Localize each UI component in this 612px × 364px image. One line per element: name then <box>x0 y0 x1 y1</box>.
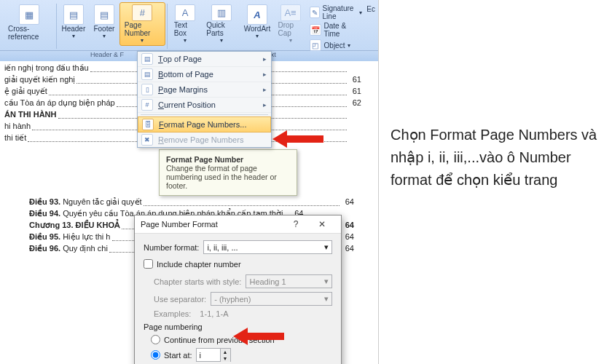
doc-page: 61 <box>348 86 364 98</box>
doc-page <box>348 132 364 144</box>
signature-icon: ✎ <box>310 7 320 18</box>
text-box-button[interactable]: A Text Box ▾ <box>169 2 202 46</box>
doc-page: 64 <box>341 232 357 243</box>
drop-cap-button[interactable]: A≡ Drop Cap ▾ <box>272 2 307 46</box>
cross-reference-label: Cross-reference <box>8 25 50 41</box>
menu-label: urrent Position <box>164 100 216 109</box>
separator-select: - (hyphen)▾ <box>211 292 332 306</box>
spinner-down-icon[interactable]: ▼ <box>220 355 230 362</box>
quick-parts-icon: ▥ <box>211 4 232 21</box>
header-button[interactable]: ▤ Header ▾ <box>58 2 89 46</box>
examples-value: 1-1, 1-A <box>195 309 332 318</box>
include-chapter-checkbox[interactable] <box>144 259 153 269</box>
start-at-radio[interactable] <box>151 350 160 360</box>
ribbon-right-stack: ✎Signature Line▾ 📅Date & Time ◰Object▾ <box>308 2 364 50</box>
page-number-dropdown: ▤Top of Page▸ ▤Bottom of Page▸ ▯Page Mar… <box>137 51 272 148</box>
submenu-arrow-icon: ▸ <box>263 71 267 78</box>
chevron-down-icon: ▾ <box>324 294 329 304</box>
doc-page: 62 <box>348 98 364 109</box>
page-top-icon: ▤ <box>141 53 153 65</box>
text-box-icon: A <box>175 4 195 21</box>
quick-parts-label: Quick Parts <box>206 21 236 37</box>
dialog-help-button[interactable]: ? <box>283 219 309 229</box>
header-label: Header <box>61 25 85 33</box>
menu-current-position[interactable]: #Current Position▸ <box>138 98 271 113</box>
text-box-label: Text Box <box>174 21 197 37</box>
number-format-value: i, ii, iii, ... <box>207 243 238 252</box>
menu-label: ormat Page Numbers... <box>164 120 247 129</box>
chapter-starts-value: Heading 1 <box>249 277 286 286</box>
chevron-down-icon: ▾ <box>324 242 329 252</box>
signature-line-button[interactable]: ✎Signature Line▾ <box>308 4 364 21</box>
format-page-icon: 🗄 <box>142 119 154 130</box>
menu-top-of-page[interactable]: ▤Top of Page▸ <box>138 52 271 67</box>
menu-format-page-numbers[interactable]: 🗄Format Page Numbers... <box>138 116 271 132</box>
menu-label: emove Page Numbers <box>164 135 243 144</box>
doc-line: cầu Tòa án áp dụng biện pháp <box>4 98 115 109</box>
remove-page-icon: ✖ <box>141 134 153 146</box>
tooltip-body: Change the format of page numbering used… <box>166 164 277 190</box>
doc-page <box>348 109 364 121</box>
chevron-down-icon: ▾ <box>289 37 292 44</box>
doc-line: ệ giải quyết <box>4 86 47 98</box>
doc-page: 64 <box>341 197 357 208</box>
tooltip-title: Format Page Number <box>166 155 243 164</box>
chevron-down-icon: ▾ <box>141 37 144 44</box>
submenu-arrow-icon: ▸ <box>263 55 267 63</box>
dialog-title: Page Number Format <box>141 220 283 229</box>
object-icon: ◰ <box>310 39 321 51</box>
ribbon: ▦ Cross-reference ▤ Header ▾ ▤ Footer ▾ … <box>0 0 378 51</box>
menu-label: op of Page <box>163 55 202 63</box>
chevron-down-icon: ▾ <box>359 9 362 16</box>
menu-bottom-of-page[interactable]: ▤Bottom of Page▸ <box>138 67 271 82</box>
quick-parts-button[interactable]: ▥ Quick Parts ▾ <box>201 2 241 46</box>
current-position-icon: # <box>141 99 153 111</box>
include-chapter-label: Include chapter number <box>157 260 241 269</box>
date-time-icon: 📅 <box>310 24 321 36</box>
number-format-label: Number format: <box>144 243 199 252</box>
cross-reference-icon: ▦ <box>19 4 39 25</box>
object-button[interactable]: ◰Object▾ <box>308 39 364 52</box>
drop-cap-icon: A≡ <box>280 4 301 21</box>
format-page-number-tooltip: Format Page Number Change the format of … <box>159 149 297 196</box>
footer-icon: ▤ <box>94 4 114 25</box>
page-bottom-icon: ▤ <box>141 68 153 80</box>
chevron-down-icon: ▾ <box>103 33 106 39</box>
instruction-text: Chọn Format Page Numbers và nhập i, ii, … <box>379 0 612 364</box>
doc-line: hi hành <box>4 121 31 132</box>
chevron-down-icon: ▾ <box>256 33 259 39</box>
signature-label: Signature Line <box>323 4 357 20</box>
page-number-button[interactable]: # Page Number ▾ <box>119 2 165 46</box>
doc-page: 64 <box>341 220 357 232</box>
footer-button[interactable]: ▤ Footer ▾ <box>89 2 119 46</box>
date-time-button[interactable]: 📅Date & Time <box>308 21 364 39</box>
menu-page-margins[interactable]: ▯Page Margins▸ <box>138 82 271 98</box>
chapter-starts-select: Heading 1▾ <box>246 274 332 288</box>
doc-page: 64 <box>341 243 357 255</box>
red-arrow-annotation <box>272 130 323 148</box>
page-number-label: Page Number <box>125 21 160 37</box>
continue-radio[interactable] <box>151 335 160 344</box>
number-format-select[interactable]: i, ii, iii, ... ▾ <box>203 240 332 254</box>
chapter-starts-label: Chapter starts with style: <box>154 277 241 286</box>
doc-line: ÁN THI HÀNH <box>4 109 57 121</box>
drop-cap-label: Drop Cap <box>278 21 302 37</box>
dialog-title-bar: Page Number Format ? ✕ <box>135 215 341 234</box>
submenu-arrow-icon: ▸ <box>263 86 267 93</box>
doc-line: giải quyết kiến nghị <box>4 74 75 86</box>
ribbon-edge: Ec <box>364 2 375 50</box>
doc-line: iến nghị trong đấu thầu <box>4 63 89 74</box>
doc-line: thi tiết <box>4 132 26 144</box>
date-time-label: Date & Time <box>324 22 363 38</box>
page-number-icon: # <box>132 4 152 21</box>
spinner-up-icon[interactable]: ▲ <box>220 349 230 355</box>
dialog-close-button[interactable]: ✕ <box>309 219 335 229</box>
wordart-icon: A <box>247 4 267 25</box>
cross-reference-button[interactable]: ▦ Cross-reference <box>3 2 55 46</box>
menu-label: ottom of Page <box>163 70 213 79</box>
red-arrow-annotation <box>233 328 284 345</box>
header-icon: ▤ <box>63 4 84 25</box>
wordart-button[interactable]: A WordArt ▾ <box>241 2 272 46</box>
chevron-down-icon: ▾ <box>348 42 350 49</box>
start-at-spinner[interactable]: i ▲▼ <box>196 348 231 362</box>
